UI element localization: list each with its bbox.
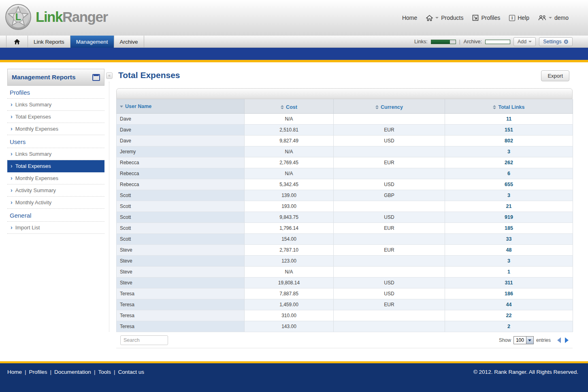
sidebar-item-monthly-activity[interactable]: ›Monthly Activity xyxy=(7,197,104,209)
pagination-controls: Show 100 entries xyxy=(499,336,569,344)
footer-link-documentation[interactable]: Documentation xyxy=(54,369,91,375)
sidebar-item-links-summary[interactable]: ›Links Summary xyxy=(7,148,104,160)
total-links-link[interactable]: 6 xyxy=(507,171,510,176)
settings-button[interactable]: Settings ⚙ xyxy=(539,37,573,46)
column-label: User Name xyxy=(125,104,151,109)
total-links-link[interactable]: 44 xyxy=(506,302,512,307)
nav-profiles-label: Profiles xyxy=(481,15,500,21)
table-row: Dave2,510.81EUR151 xyxy=(117,125,573,136)
page-size-select[interactable]: 100 xyxy=(513,336,534,344)
tab-archive[interactable]: Archive xyxy=(114,36,144,48)
total-links-link[interactable]: 3 xyxy=(507,258,510,264)
prev-page-button[interactable] xyxy=(557,337,561,343)
nav-products[interactable]: Products xyxy=(424,15,466,21)
tab-bar-controls: Links: | Archive: Add Settings ⚙ xyxy=(414,36,573,48)
total-links-link[interactable]: 151 xyxy=(505,127,513,133)
table-row: Dave9,827.49USD802 xyxy=(117,136,573,146)
total-links-link[interactable]: 22 xyxy=(506,313,512,318)
cell-total-links: 655 xyxy=(445,179,573,190)
minimize-icon[interactable] xyxy=(92,74,100,81)
cell-user-name: Dave xyxy=(117,125,245,136)
cell-cost: 19,808.14 xyxy=(245,278,334,288)
footer-link-home[interactable]: Home xyxy=(7,369,22,375)
cell-currency: USD xyxy=(334,288,445,299)
logo-text: LinkRanger xyxy=(36,9,108,25)
table-row: Scott1,796.14EUR185 xyxy=(117,223,573,234)
sidebar-item-monthly-expenses[interactable]: ›Monthly Expenses xyxy=(7,123,104,135)
total-links-link[interactable]: 262 xyxy=(505,160,513,165)
cell-total-links: 311 xyxy=(445,278,573,288)
sidebar-item-import-list[interactable]: ›Import List xyxy=(7,222,104,234)
sidebar-item-label: Total Expenses xyxy=(15,114,51,120)
cell-total-links: 802 xyxy=(445,136,573,146)
cell-cost: 139.00 xyxy=(245,190,334,201)
total-links-link[interactable]: 3 xyxy=(507,149,510,155)
sidebar-item-activity-summary[interactable]: ›Activity Summary xyxy=(7,184,104,197)
cell-user-name: Steve xyxy=(117,278,245,288)
add-button[interactable]: Add xyxy=(513,37,536,46)
total-links-link[interactable]: 11 xyxy=(506,116,511,122)
table-row: Teresa310.0022 xyxy=(117,310,573,321)
cell-cost: 9,843.75 xyxy=(245,212,334,223)
app-logo[interactable]: L LinkRanger xyxy=(5,4,108,30)
column-header-currency[interactable]: Currency xyxy=(334,99,445,114)
table-row: SteveN/A1 xyxy=(117,267,573,278)
cell-total-links: 48 xyxy=(445,245,573,256)
nav-profiles[interactable]: Profiles xyxy=(470,15,503,21)
sort-icon xyxy=(375,105,379,109)
gold-divider xyxy=(0,60,588,62)
total-links-link[interactable]: 1 xyxy=(507,269,510,275)
column-header-cost[interactable]: Cost xyxy=(245,99,334,114)
total-links-link[interactable]: 48 xyxy=(506,247,512,253)
column-header-total-links[interactable]: Total Links xyxy=(445,99,573,114)
total-links-link[interactable]: 21 xyxy=(506,203,512,209)
sidebar-header: Management Reports xyxy=(7,69,104,86)
footer-link-tools[interactable]: Tools xyxy=(98,369,111,375)
tab-management[interactable]: Management xyxy=(70,36,114,48)
cell-user-name: Jeremy xyxy=(117,146,245,157)
sidebar-item-total-expenses[interactable]: ›Total Expenses xyxy=(7,111,104,123)
cell-currency xyxy=(334,146,445,157)
total-links-link[interactable]: 33 xyxy=(506,236,512,242)
total-links-link[interactable]: 802 xyxy=(505,138,513,144)
sidebar-item-total-expenses[interactable]: ›Total Expenses xyxy=(7,160,104,172)
sidebar-item-monthly-expenses[interactable]: ›Monthly Expenses xyxy=(7,172,104,184)
cell-total-links: 3 xyxy=(445,190,573,201)
total-links-link[interactable]: 919 xyxy=(505,214,513,220)
cell-cost: 1,459.00 xyxy=(245,299,334,310)
page-footer: Home|Profiles|Documentation|Tools|Contac… xyxy=(0,363,588,392)
sidebar-collapse-button[interactable]: « xyxy=(106,72,113,79)
cell-cost: N/A xyxy=(245,114,334,125)
sort-desc-icon xyxy=(120,106,123,108)
cell-total-links: 6 xyxy=(445,168,573,179)
total-links-link[interactable]: 655 xyxy=(505,182,513,187)
chevron-right-icon: › xyxy=(11,164,13,168)
profiles-launch-icon xyxy=(472,15,479,21)
chevron-down-icon xyxy=(528,41,532,42)
total-links-link[interactable]: 311 xyxy=(505,280,513,286)
info-icon: i xyxy=(509,15,515,21)
total-links-link[interactable]: 3 xyxy=(507,193,510,198)
footer-link-profiles[interactable]: Profiles xyxy=(29,369,47,375)
search-input[interactable] xyxy=(120,335,168,345)
sidebar-item-links-summary[interactable]: ›Links Summary xyxy=(7,99,104,111)
tab-link-reports[interactable]: Link Reports xyxy=(28,36,70,48)
export-button[interactable]: Export xyxy=(541,70,569,81)
column-header-user-name[interactable]: User Name xyxy=(117,99,245,114)
cell-cost: 1,796.14 xyxy=(245,223,334,234)
nav-user-menu[interactable]: demo xyxy=(536,15,571,21)
total-links-link[interactable]: 186 xyxy=(505,291,513,297)
footer-separator: | xyxy=(50,369,52,375)
next-page-button[interactable] xyxy=(565,337,569,343)
sort-icon xyxy=(493,105,496,109)
nav-home[interactable]: Home xyxy=(400,15,420,21)
total-links-link[interactable]: 185 xyxy=(505,225,513,231)
cell-cost: 2,787.10 xyxy=(245,245,334,256)
tab-home[interactable] xyxy=(6,36,28,48)
cell-currency xyxy=(334,310,445,321)
chevron-right-icon: › xyxy=(11,200,13,205)
footer-link-contact-us[interactable]: Contact us xyxy=(118,369,144,375)
nav-help[interactable]: i Help xyxy=(507,15,532,21)
table-row: Teresa7,887.85USD186 xyxy=(117,288,573,299)
total-links-link[interactable]: 2 xyxy=(507,324,510,329)
